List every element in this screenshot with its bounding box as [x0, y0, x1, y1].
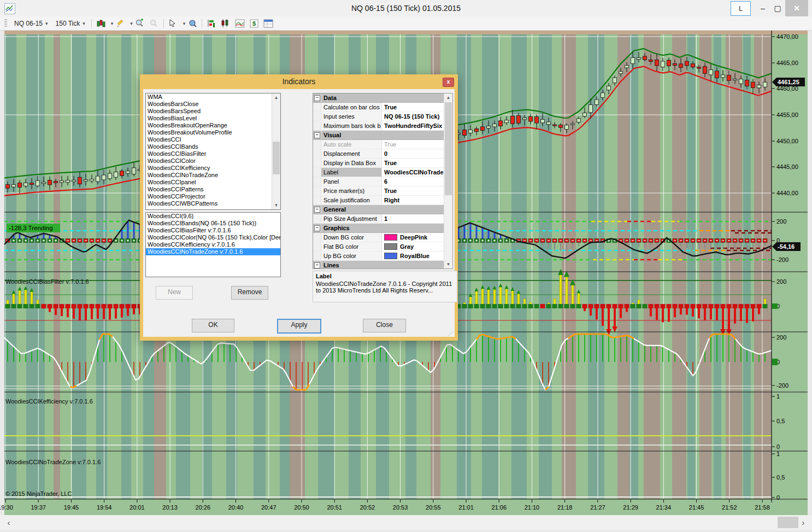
property-value[interactable]: True [382, 140, 452, 149]
maximize-button[interactable]: ▢ [770, 0, 785, 16]
chevron-down-icon[interactable]: ▾ [183, 21, 186, 26]
property-row[interactable]: Auto scaleTrue [313, 140, 452, 149]
chevron-down-icon[interactable]: ▾ [111, 21, 114, 26]
scroll-up-icon[interactable]: ▲ [272, 93, 280, 102]
indicator-list-item[interactable]: WoodiesBarsClose [146, 101, 280, 108]
property-value[interactable]: DeepPink [382, 233, 452, 242]
close-button[interactable]: ✕ [785, 0, 808, 16]
list-scrollbar[interactable]: ▲ ▼ [272, 93, 280, 209]
property-row[interactable]: Price marker(s)True [313, 186, 452, 196]
collapse-icon[interactable]: − [314, 262, 320, 268]
new-button[interactable]: New [156, 286, 193, 300]
apply-button[interactable]: Apply [277, 319, 321, 334]
property-row[interactable]: Display in Data BoxTrue [313, 159, 452, 168]
indicators-button[interactable] [206, 19, 217, 28]
scrollbar-thumb[interactable] [273, 142, 280, 174]
indicator-configured-list[interactable]: WoodiesCCI(9,6)WoodiesCCIBands(NQ 06-15 … [145, 212, 281, 277]
configured-indicator-item[interactable]: WoodiesCCINoTradeZone v:7.0.1.6 [146, 248, 280, 255]
indicator-list-item[interactable]: WoodiesCCIBiasFilter [146, 150, 280, 157]
minimize-button[interactable]: – [756, 0, 770, 16]
property-row[interactable]: LabelWoodiesCCINoTrade [313, 168, 452, 177]
data-box-button[interactable] [187, 19, 198, 28]
collapse-icon[interactable]: − [314, 207, 320, 213]
scroll-down-icon[interactable]: ▼ [444, 260, 452, 268]
collapse-icon[interactable]: − [314, 95, 320, 101]
scrollbar-thumb[interactable] [778, 517, 798, 528]
property-row[interactable]: Panel6 [313, 177, 452, 186]
resize-grip-icon[interactable]: ⋰ [448, 331, 454, 336]
configured-indicator-item[interactable]: WoodiesCCIColor(NQ 06-15 (150 Tick),Colo… [146, 234, 280, 241]
indicator-list-item[interactable]: WoodiesCCIColor [146, 157, 280, 165]
property-row[interactable]: Up BG colorRoyalBlue [313, 252, 452, 261]
interval-selector[interactable]: 150 Tick ▾ [52, 19, 89, 28]
dialog-close-icon[interactable]: x [443, 78, 454, 87]
property-value[interactable]: True [382, 159, 452, 167]
scroll-left-icon[interactable]: ‹ [2, 515, 15, 530]
horizontal-scrollbar[interactable]: ‹ › [0, 515, 812, 530]
property-row[interactable]: Maximum bars look bTwoHundredFiftySix [313, 121, 452, 131]
cursor-tool-button[interactable] [168, 19, 179, 28]
configured-indicator-item[interactable]: WoodiesCCIKefficiency v:7.0.1.6 [146, 241, 280, 248]
property-row[interactable]: Displacement0 [313, 149, 452, 159]
property-value[interactable]: WoodiesCCINoTrade [382, 168, 452, 177]
indicator-list-item[interactable]: WoodiesCCIpanel [146, 179, 280, 186]
chart-style-button[interactable] [220, 19, 231, 28]
property-value[interactable]: RoyalBlue [382, 252, 452, 260]
property-section-row[interactable]: −Visual [313, 131, 452, 140]
remove-button[interactable]: Remove [231, 286, 268, 300]
account-dollar-button[interactable]: $ [249, 19, 260, 28]
property-value[interactable]: 1 [382, 214, 452, 223]
collapse-icon[interactable]: − [314, 225, 320, 231]
property-value[interactable]: 6 [382, 177, 452, 186]
property-value[interactable]: NQ 06-15 (150 Tick) [382, 112, 452, 121]
chevron-down-icon[interactable]: ▾ [130, 21, 133, 26]
zoom-out-button[interactable] [149, 19, 160, 28]
indicator-list-item[interactable]: WoodiesBiasLevel [146, 115, 280, 122]
scroll-up-icon[interactable]: ▲ [444, 93, 452, 102]
property-value[interactable]: 0 [382, 149, 452, 158]
property-value[interactable]: True [382, 186, 452, 195]
indicator-list-item[interactable]: WoodiesCCI [146, 136, 280, 143]
indicator-list-item[interactable]: WMA [146, 93, 280, 101]
property-row[interactable]: Flat BG colorGray [313, 242, 452, 252]
scroll-down-icon[interactable]: ▼ [272, 201, 280, 209]
configured-indicator-item[interactable]: WoodiesCCIBiasFilter v:7.0.1.6 [146, 227, 280, 234]
property-section-row[interactable]: −Lines [313, 261, 452, 269]
toolbar-grip[interactable] [4, 19, 7, 28]
property-grid[interactable]: −DataCalculate on bar closTrueInput seri… [313, 93, 453, 269]
property-section-row[interactable]: −Graphics [313, 224, 452, 233]
indicator-list-item[interactable]: WoodiesBreakoutVolumeProfile [146, 129, 280, 136]
scroll-right-icon[interactable]: › [797, 515, 810, 530]
property-section-row[interactable]: −Data [313, 93, 452, 103]
indicator-list-item[interactable]: WoodiesCCIPatterns [146, 186, 280, 193]
property-row[interactable]: Down BG colorDeepPink [313, 233, 452, 242]
instrument-selector[interactable]: NQ 06-15 ▾ [10, 19, 52, 28]
configured-indicator-item[interactable]: WoodiesCCI(9,6) [146, 213, 280, 220]
indicator-list-item[interactable]: WoodiesCCINoTradeZone [146, 172, 280, 179]
property-row[interactable]: Pip Size Adjustment1 [313, 214, 452, 224]
zoom-in-button[interactable] [134, 19, 145, 28]
ok-button[interactable]: OK [192, 319, 234, 332]
drawing-tools-button[interactable] [115, 19, 126, 28]
property-value[interactable]: Gray [382, 242, 452, 251]
indicator-list-item[interactable]: WoodiesCCIProjector [146, 193, 280, 200]
scrollbar-thumb[interactable] [445, 102, 452, 195]
grid-scrollbar[interactable]: ▲ ▼ [444, 93, 452, 268]
property-row[interactable]: Scale justificationRight [313, 196, 452, 205]
indicator-list-item[interactable]: WoodiesBreakoutOpenRange [146, 122, 280, 129]
indicator-list-item[interactable]: WoodiesCCIWBCPatterns [146, 200, 280, 207]
indicator-available-list[interactable]: WMAWoodiesBarsCloseWoodiesBarsSpeedWoodi… [145, 93, 281, 210]
collapse-icon[interactable]: − [314, 132, 320, 138]
property-value[interactable]: TwoHundredFiftySix [382, 121, 452, 130]
property-value[interactable]: Right [382, 196, 452, 204]
property-row[interactable]: Calculate on bar closTrue [313, 103, 452, 112]
bar-style-button[interactable] [96, 19, 107, 28]
indicator-list-item[interactable]: WoodiesBarsSpeed [146, 108, 280, 115]
indicator-list-item[interactable]: WoodiesCCIKefficiency [146, 165, 280, 172]
configured-indicator-item[interactable]: WoodiesCCIBands(NQ 06-15 (150 Tick)) [146, 220, 280, 227]
data-grid-button[interactable] [263, 19, 274, 28]
chart-label-button[interactable]: L [731, 1, 751, 16]
property-section-row[interactable]: −General [313, 205, 452, 214]
close-dialog-button[interactable]: Close [363, 319, 406, 332]
indicator-list-item[interactable]: WoodiesCCIBands [146, 143, 280, 150]
